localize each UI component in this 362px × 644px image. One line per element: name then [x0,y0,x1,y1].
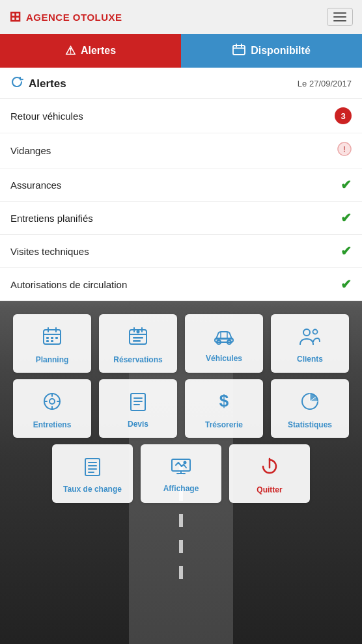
quitter-icon [259,456,280,481]
quitter-label: Quitter [257,485,282,494]
alert-header: Alertes Le 27/09/2017 [0,68,362,99]
warning-icon-vidanges: ! [337,142,352,159]
hamburger-button[interactable] [327,8,353,26]
taux-change-icon [83,457,102,481]
tab-alertes[interactable]: ⚠ Alertes [0,34,181,68]
vehicules-label: Véhicules [206,354,242,363]
hamburger-line [333,16,346,18]
entretiens-icon [42,391,63,416]
app-header: ⊞ AGENCE OTOLUXE [0,0,362,34]
statistiques-icon [299,391,320,416]
devis-label: Devis [128,420,148,429]
svg-text:!: ! [343,144,346,154]
check-icon-entretiens: ✔ [341,210,352,226]
svg-rect-13 [55,337,58,339]
statistiques-label: Statistiques [288,420,332,429]
svg-point-52 [184,461,187,464]
alert-row-assurances[interactable]: Assurances ✔ [0,168,362,202]
menu-grid-row3: Taux de change Affichage Quitter [0,444,362,509]
affichage-icon [171,457,191,480]
alert-panel: Alertes Le 27/09/2017 Retour véhicules 3… [0,68,362,301]
tab-disponibilte-label: Disponibilté [251,45,311,57]
disponibilte-icon [232,44,245,59]
taux-change-label: Taux de change [63,485,122,494]
svg-text:$: $ [219,391,229,410]
alert-row-entretiens[interactable]: Entretiens planifiés ✔ [0,202,362,235]
svg-point-30 [313,329,318,334]
svg-point-21 [137,330,140,333]
logo-icon: ⊞ [9,8,21,25]
reservations-icon [128,326,148,351]
check-icon-autorisations: ✔ [341,276,352,292]
tresorerie-label: Trésorerie [205,420,243,429]
tab-disponibilte[interactable]: Disponibilté [181,34,362,68]
alert-row-retour[interactable]: Retour véhicules 3 [0,99,362,133]
menu-item-devis[interactable]: Devis [99,379,177,438]
alert-row-autorisations[interactable]: Autorisations de circulation ✔ [0,268,362,301]
alert-row-retour-label: Retour véhicules [10,111,83,122]
badge-retour: 3 [335,107,352,124]
refresh-icon [10,75,23,92]
alert-date: Le 27/09/2017 [298,79,352,88]
svg-rect-46 [85,459,100,476]
vehicules-icon [213,327,235,350]
alert-row-assurances-label: Assurances [10,180,61,191]
svg-rect-14 [46,340,49,342]
svg-rect-12 [51,337,53,339]
alert-title-text: Alertes [29,77,66,90]
tabs-row: ⚠ Alertes Disponibilté [0,34,362,68]
svg-point-29 [303,329,310,336]
alert-title-area: Alertes [10,75,66,92]
alert-row-visites-label: Visites techniques [10,246,89,257]
alert-row-visites[interactable]: Visites techniques ✔ [0,235,362,268]
menu-item-clients[interactable]: Clients [271,314,349,373]
menu-item-entretiens[interactable]: Entretiens [13,379,91,438]
alert-row-autorisations-label: Autorisations de circulation [10,279,127,290]
clients-label: Clients [297,355,323,364]
alert-row-vidanges[interactable]: Vidanges ! [0,133,362,168]
svg-rect-11 [46,337,49,339]
menu-item-reservations[interactable]: Réservations [99,314,177,373]
planning-label: Planning [36,355,69,364]
clients-icon [299,327,321,351]
alert-row-entretiens-label: Entretiens planifiés [10,213,93,224]
menu-item-quitter[interactable]: Quitter [229,444,310,503]
svg-point-32 [49,399,55,404]
logo-area: ⊞ AGENCE OTOLUXE [9,8,122,25]
hamburger-line [333,20,346,21]
menu-item-vehicules[interactable]: Véhicules [185,314,263,373]
check-icon-visites: ✔ [341,243,352,259]
svg-rect-23 [133,340,141,342]
alert-row-vidanges-label: Vidanges [10,145,51,156]
menu-item-tresorerie[interactable]: $ Trésorerie [185,379,263,438]
svg-rect-22 [133,337,143,339]
entretiens-label: Entretiens [33,420,72,429]
menu-grid-row1: Planning Réservations [0,301,362,379]
devis-icon [128,392,148,416]
menu-item-statistiques[interactable]: Statistiques [271,379,349,438]
menu-grid-row2: Entretiens Devis $ Trésorerie [0,379,362,444]
tab-alertes-label: Alertes [81,45,116,57]
tresorerie-icon: $ [214,391,234,416]
svg-rect-0 [233,46,245,55]
svg-rect-15 [51,340,53,342]
menu-item-taux-change[interactable]: Taux de change [52,444,133,503]
affichage-label: Affichage [163,484,199,493]
logo-text: AGENCE OTOLUXE [26,12,122,23]
alertes-icon: ⚠ [65,44,76,58]
reservations-label: Réservations [113,355,162,364]
menu-item-affichage[interactable]: Affichage [141,444,221,503]
menu-item-planning[interactable]: Planning [13,314,91,373]
check-icon-assurances: ✔ [341,177,352,193]
hamburger-line [333,12,346,14]
planning-icon [42,326,63,351]
